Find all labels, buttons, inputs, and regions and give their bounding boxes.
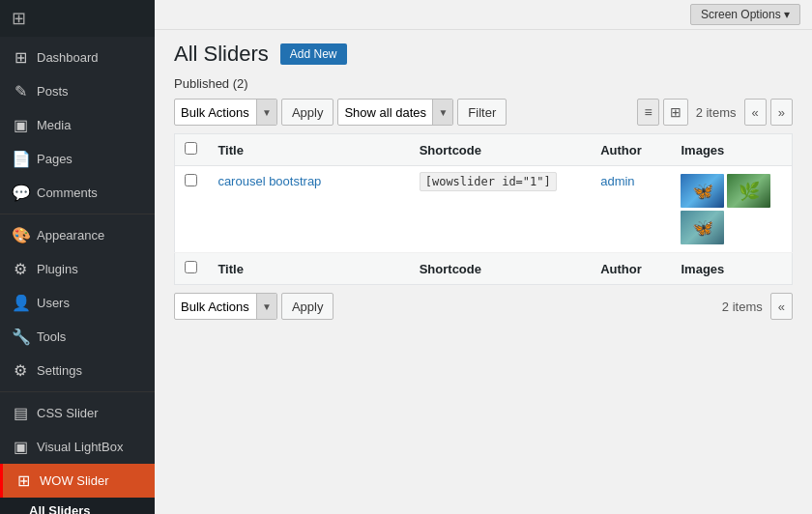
screen-options-bar: Screen Options ▾ (155, 0, 812, 30)
dashboard-icon: ⊞ (12, 48, 29, 67)
sidebar-item-label: Dashboard (37, 50, 99, 65)
thumbnail-1[interactable]: 🦋 (681, 174, 724, 208)
plugins-icon: ⚙ (12, 260, 29, 278)
sidebar-item-users[interactable]: 👤 Users (0, 286, 155, 320)
wow-slider-icon: ⊞ (14, 471, 32, 490)
visual-lightbox-icon: ▣ (12, 438, 29, 456)
nav-prev-top[interactable]: « (744, 99, 767, 126)
apply-button-top[interactable]: Apply (281, 99, 334, 126)
sidebar-item-label: CSS Slider (37, 406, 99, 420)
toolbar-right: ≡ ⊞ 2 items « » (637, 99, 793, 126)
bulk-actions-select-bottom[interactable]: Bulk Actions (175, 294, 256, 319)
comments-icon: 💬 (12, 184, 29, 202)
add-new-button[interactable]: Add New (280, 43, 347, 65)
bulk-actions-select-top[interactable]: Bulk Actions (175, 100, 256, 125)
author-footer-header: Author (591, 253, 671, 285)
sliders-table: Title Shortcode Author Images carousel b… (174, 133, 793, 285)
sidebar-item-plugins[interactable]: ⚙ Plugins (0, 252, 155, 286)
select-all-header (175, 134, 209, 166)
published-label: Published (2) (174, 76, 793, 91)
thumbnail-2[interactable]: 🌿 (727, 174, 770, 208)
images-footer-header: Images (671, 253, 792, 285)
sidebar-item-label: Appearance (37, 228, 104, 243)
sidebar-item-css-slider[interactable]: ▤ CSS Slider (0, 396, 155, 430)
bottom-right: 2 items « (718, 293, 793, 320)
grid-view-button[interactable]: ⊞ (663, 99, 688, 126)
dates-dropdown[interactable]: Show all dates ▼ (337, 99, 453, 126)
tools-icon: 🔧 (12, 328, 29, 346)
thumb-grid: 🦋 🌿 🦋 (681, 174, 782, 244)
sidebar-item-media[interactable]: ▣ Media (0, 108, 155, 142)
sidebar-item-dashboard[interactable]: ⊞ Dashboard (0, 41, 155, 74)
items-count-bottom: 2 items (722, 300, 763, 314)
main-content: Screen Options ▾ All Sliders Add New Pub… (155, 0, 812, 514)
bulk-actions-arrow-top[interactable]: ▼ (256, 100, 276, 125)
dates-select[interactable]: Show all dates (338, 100, 432, 125)
items-count-top: 2 items (696, 105, 737, 120)
sidebar-item-label: Plugins (37, 262, 78, 276)
row-images-cell: 🦋 🌿 🦋 (671, 166, 792, 253)
title-column-header: Title (208, 134, 409, 166)
shortcode-badge: [wowslider id="1"] (420, 172, 557, 191)
sidebar-item-label: Visual LightBox (37, 440, 123, 454)
sidebar-item-label: Users (37, 296, 70, 310)
wp-logo-icon: ⊞ (12, 8, 26, 29)
sidebar-item-label: Pages (37, 152, 72, 166)
sidebar-item-appearance[interactable]: 🎨 Appearance (0, 218, 155, 252)
row-checkbox-cell (175, 166, 209, 253)
content-area: All Sliders Add New Published (2) Bulk A… (155, 30, 812, 331)
sidebar-item-posts[interactable]: ✎ Posts (0, 74, 155, 108)
page-title: All Sliders (174, 42, 269, 67)
top-toolbar: Bulk Actions ▼ Apply Show all dates ▼ Fi… (174, 99, 793, 126)
list-view-button[interactable]: ≡ (637, 99, 658, 126)
sidebar-item-label: Posts (37, 84, 69, 99)
sidebar-sub-all-sliders[interactable]: All Sliders (0, 498, 155, 514)
table-footer-row: Title Shortcode Author Images (175, 253, 793, 285)
posts-icon: ✎ (12, 82, 29, 100)
sidebar-item-visual-lightbox[interactable]: ▣ Visual LightBox (0, 430, 155, 464)
row-checkbox[interactable] (185, 174, 197, 186)
bulk-actions-dropdown-bottom[interactable]: Bulk Actions ▼ (174, 293, 277, 320)
images-column-header: Images (671, 134, 792, 166)
thumbnail-3[interactable]: 🦋 (681, 211, 724, 244)
sidebar-item-label: Tools (37, 329, 66, 344)
sidebar-item-label: WOW Slider (40, 473, 109, 488)
filter-button[interactable]: Filter (457, 99, 507, 126)
shortcode-column-header: Shortcode (410, 134, 591, 166)
dates-arrow[interactable]: ▼ (432, 100, 452, 125)
settings-icon: ⚙ (12, 361, 29, 380)
slider-title-link[interactable]: carousel bootstrap (218, 174, 321, 188)
sidebar-item-comments[interactable]: 💬 Comments (0, 176, 155, 210)
sidebar-nav: ⊞ Dashboard ✎ Posts ▣ Media 📄 Pages 💬 Co… (0, 37, 155, 514)
row-shortcode-cell: [wowslider id="1"] (410, 166, 591, 253)
sidebar-sub-label: All Sliders (29, 503, 91, 514)
row-title-cell: carousel bootstrap (208, 166, 409, 253)
sidebar-item-wow-slider[interactable]: ⊞ WOW Slider (0, 464, 155, 498)
sidebar-item-label: Media (37, 118, 71, 132)
title-footer-header: Title (208, 253, 409, 285)
table-row: carousel bootstrap [wowslider id="1"] ad… (175, 166, 793, 253)
sidebar-item-settings[interactable]: ⚙ Settings (0, 354, 155, 387)
select-all-footer (175, 253, 209, 285)
media-icon: ▣ (12, 116, 29, 134)
select-all-checkbox-footer[interactable] (185, 261, 197, 273)
bottom-toolbar: Bulk Actions ▼ Apply 2 items « (174, 293, 793, 320)
sidebar: ⊞ ⊞ Dashboard ✎ Posts ▣ Media 📄 Pages 💬 … (0, 0, 155, 514)
nav-prev-bottom[interactable]: « (770, 293, 793, 320)
bulk-actions-dropdown-top[interactable]: Bulk Actions ▼ (174, 99, 277, 126)
sidebar-item-tools[interactable]: 🔧 Tools (0, 320, 155, 354)
sidebar-item-label: Comments (37, 186, 98, 200)
apply-button-bottom[interactable]: Apply (281, 293, 334, 320)
pages-icon: 📄 (12, 150, 29, 168)
author-column-header: Author (591, 134, 671, 166)
nav-next-top[interactable]: » (770, 99, 793, 126)
select-all-checkbox[interactable] (185, 142, 197, 155)
appearance-icon: 🎨 (12, 226, 29, 244)
page-title-row: All Sliders Add New (174, 42, 793, 67)
screen-options-button[interactable]: Screen Options ▾ (690, 4, 800, 25)
sidebar-item-pages[interactable]: 📄 Pages (0, 142, 155, 176)
author-link[interactable]: admin (600, 174, 634, 188)
users-icon: 👤 (12, 294, 29, 312)
bulk-actions-arrow-bottom[interactable]: ▼ (256, 294, 276, 319)
sidebar-logo: ⊞ (0, 0, 155, 37)
